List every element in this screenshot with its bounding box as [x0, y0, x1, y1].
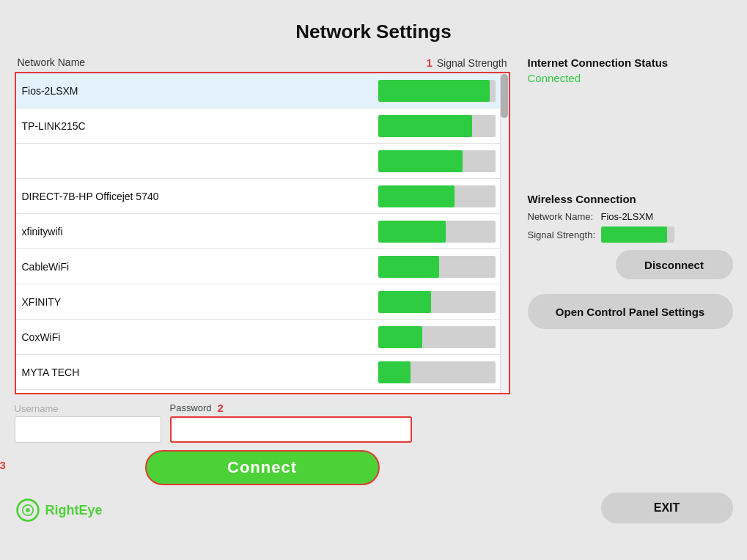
network-row[interactable]: Fios-2LSXM — [16, 73, 509, 108]
annotation-1: 1 — [426, 56, 432, 69]
signal-bar — [378, 221, 446, 243]
exit-button[interactable]: EXIT — [601, 493, 733, 523]
signal-bar — [378, 150, 463, 172]
signal-bar-container — [378, 185, 496, 207]
connect-button[interactable]: Connect — [145, 450, 380, 485]
col-network-name: Network Name — [18, 56, 86, 69]
logo-text: RightEye — [45, 503, 103, 518]
network-row[interactable]: xfinitywifi — [16, 214, 509, 249]
signal-bar — [378, 80, 490, 102]
signal-bar-container — [378, 80, 496, 102]
network-row[interactable]: MYTA TECH — [16, 355, 509, 390]
network-row[interactable]: CBCI-F7C1-2.4 — [16, 390, 509, 394]
wireless-network-value: Fios-2LSXM — [601, 211, 654, 222]
signal-bar-container — [378, 291, 496, 313]
logo-icon — [15, 497, 41, 523]
network-list[interactable]: Fios-2LSXMTP-LINK215CDIRECT-7B-HP Office… — [15, 72, 510, 394]
signal-bar-container — [378, 256, 496, 278]
internet-status-title: Internet Connection Status — [528, 56, 733, 69]
logo: RightEye — [15, 497, 103, 523]
network-row[interactable]: DIRECT-7B-HP Officejet 5740 — [16, 179, 509, 214]
network-name-cell: XFINITY — [22, 296, 378, 308]
password-label: Password — [170, 402, 212, 413]
internet-status-value: Connected — [528, 72, 733, 84]
left-panel: Network Name 1 Signal Strength Fios-2LSX… — [15, 56, 510, 485]
network-name-cell: DIRECT-7B-HP Officejet 5740 — [22, 191, 378, 202]
signal-bar-container — [378, 221, 496, 243]
signal-bar — [378, 115, 472, 137]
signal-bar-container — [378, 361, 496, 383]
wireless-signal-row: Signal Strength: — [528, 226, 733, 243]
signal-bar — [378, 326, 423, 348]
wireless-signal-bar — [601, 226, 674, 243]
disconnect-button[interactable]: Disconnect — [616, 250, 733, 279]
signal-bar-container — [378, 115, 496, 137]
wireless-section: Wireless Connection Network Name: Fios-2… — [528, 193, 733, 279]
signal-bar — [378, 361, 411, 383]
signal-bar-container — [378, 150, 496, 172]
network-row[interactable]: CableWiFi — [16, 249, 509, 284]
annotation-2: 2 — [218, 402, 224, 414]
connect-btn-wrapper: 3 Connect — [15, 450, 510, 485]
open-control-panel-button[interactable]: Open Control Panel Settings — [528, 294, 733, 329]
network-name-cell: TP-LINK215C — [22, 120, 378, 132]
svg-point-2 — [26, 508, 29, 512]
password-input[interactable] — [170, 416, 412, 443]
network-name-cell: Fios-2LSXM — [22, 85, 378, 97]
wireless-signal-label: Signal Strength: — [528, 229, 601, 240]
annotation-3: 3 — [0, 459, 6, 471]
network-row[interactable]: TP-LINK215C — [16, 108, 509, 144]
right-panel: Internet Connection Status Connected Wir… — [528, 56, 733, 485]
wireless-network-label: Network Name: — [528, 211, 601, 222]
table-header: Network Name 1 Signal Strength — [15, 56, 510, 72]
wireless-network-name-row: Network Name: Fios-2LSXM — [528, 211, 733, 222]
network-name-cell: xfinitywifi — [22, 226, 378, 237]
network-row[interactable]: XFINITY — [16, 284, 509, 320]
network-name-cell: MYTA TECH — [22, 366, 378, 378]
wireless-signal-fill — [601, 226, 667, 243]
credentials-row: Username Password 2 — [15, 402, 510, 443]
signal-bar-container — [378, 326, 496, 348]
signal-bar — [378, 185, 455, 207]
network-row[interactable]: CoxWiFi — [16, 320, 509, 355]
signal-bar — [378, 291, 431, 313]
col-signal-strength: Signal Strength — [437, 57, 507, 69]
bottom-row: RightEye EXIT — [15, 493, 733, 535]
username-label: Username — [15, 403, 161, 414]
network-row[interactable] — [16, 144, 509, 179]
signal-bar — [378, 256, 439, 278]
network-name-cell: CoxWiFi — [22, 331, 378, 343]
wireless-connection-title: Wireless Connection — [528, 193, 733, 205]
username-field: Username — [15, 403, 161, 443]
network-name-cell: CableWiFi — [22, 261, 378, 273]
internet-status-section: Internet Connection Status Connected — [528, 56, 733, 84]
password-field: Password 2 — [170, 402, 412, 443]
username-input[interactable] — [15, 416, 161, 443]
page-title: Network Settings — [295, 21, 451, 43]
